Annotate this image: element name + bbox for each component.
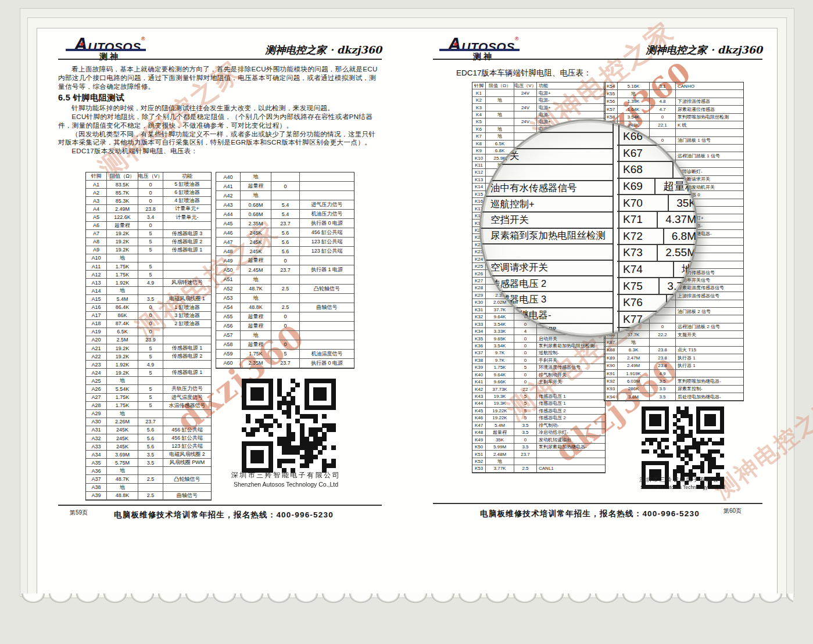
table-row: A55超量程0 [216, 312, 354, 322]
table-cell: 5.4 [271, 210, 300, 219]
table-cell: A15 [86, 295, 107, 303]
table-cell: 0 [514, 436, 537, 443]
table-cell: K37 [472, 350, 486, 357]
table-cell: 地 [486, 111, 514, 118]
table-cell: 19.3K [486, 393, 514, 400]
table-cell: 4.9 [650, 370, 676, 377]
table-cell: 凸轮轴信号 [300, 285, 354, 294]
table-cell: A43 [216, 200, 241, 210]
table-cell: A1 [86, 181, 107, 189]
table-cell: 3.77K [486, 465, 514, 472]
table-cell: 3.54K [618, 114, 650, 121]
table-cell: K14 [472, 184, 486, 190]
table-cell: K5 [472, 118, 486, 125]
paragraph: （因发动机类型不同，有某些针脚功能定义不一样，或者多出或缺少了某部分功能的情况，… [58, 130, 382, 147]
pin-table-a40-a60: A40地A41超量程0A42地A430.68M5.4进气压力信号A440.68M… [216, 172, 354, 369]
paragraph: 看上面故障码，基本上就确定要检测的方向了，首先是排除ECU外围功能模块的问题，那… [58, 65, 382, 91]
table-cell: A46 [216, 228, 241, 238]
table-cell [676, 160, 743, 168]
table-cell: K40 [472, 372, 486, 379]
table-cell: 传感器电源 1 [163, 344, 211, 352]
table-cell: 5.6 [271, 238, 300, 247]
table-cell: K55 [604, 90, 618, 98]
table-cell: 2.26M [107, 418, 138, 426]
table-cell: 2.48M [486, 451, 514, 458]
table-cell: K34 [472, 328, 486, 335]
table-cell: 传感器电压 2 [537, 408, 605, 415]
table-cell: 3.5 [514, 444, 537, 451]
table-cell [676, 339, 743, 346]
table-row: K902.49M23.8执行器 1 [604, 362, 743, 370]
table-row: A719.2K5传感器电源 3 [86, 230, 211, 238]
header-rule [58, 59, 382, 60]
table-cell: 86.4K [107, 304, 138, 312]
table-cell: 23.9 [138, 336, 163, 344]
table-cell: 4.9 [138, 361, 163, 369]
table-cell: A45 [216, 219, 241, 228]
table-cell: A59 [216, 350, 241, 359]
company-name-cn: 深圳市三羚智能电子有限公司 [607, 476, 758, 484]
table-cell: A3 [86, 197, 107, 205]
table-cell: 2.5 [271, 303, 300, 312]
table-cell: K33 [472, 321, 486, 328]
table-cell: A25 [86, 377, 107, 385]
table-row: K363.54K0泵到尿素箱加热电阻丝检测 [472, 343, 605, 350]
table-cell: 456 缸公共端 [163, 434, 211, 442]
table-cell: 3.4 [138, 213, 163, 221]
table-cell: 48.7K [107, 475, 138, 483]
table-row: K886.3K23.8点火 T15 [604, 347, 743, 354]
table-row: A53地 [216, 294, 354, 303]
table-cell: 远程油门踏板 2 信号 [676, 323, 743, 331]
table-cell: 传感器电源 2 [163, 238, 211, 246]
table-cell: CANL1 [537, 465, 605, 472]
table-row: A430.68M5.4进气压力信号 [216, 200, 354, 210]
table-cell: 0 [138, 312, 163, 320]
table-cell: A26 [86, 385, 107, 393]
table-cell: K1 [472, 89, 486, 96]
table-cell: 5.75M [107, 459, 138, 467]
table-cell: 水温传感器信号 [163, 402, 211, 410]
table-cell: 9.64K [486, 372, 514, 379]
table-cell: 1.92K [107, 279, 138, 287]
magnified-pin-label: K76 [617, 295, 667, 311]
table-row: K379.7K0巡航控制- [472, 350, 605, 357]
table-cell: 2.5 [514, 465, 537, 472]
table-cell: 3.5 [138, 459, 163, 467]
logo-bar [66, 49, 146, 51]
table-cell: 6.5K [107, 328, 138, 336]
table-cell: 超量程 [107, 222, 138, 230]
table-cell [300, 294, 354, 303]
table-cell: 5 [138, 369, 163, 377]
table-row: A58超量程0 [216, 340, 354, 350]
table-row: K4地电源- [472, 111, 605, 118]
table-cell: 4.9 [138, 279, 163, 287]
table-cell: 1.919K [618, 370, 650, 377]
table-cell: A11 [86, 262, 107, 271]
table-cell: 发动机转速输出 [537, 436, 605, 443]
table-cell: 245K [107, 442, 138, 451]
table-cell [676, 370, 743, 377]
table-cell: 85.7K [107, 189, 138, 197]
table-cell: A38 [86, 484, 107, 492]
table-cell: 37.73K [486, 386, 514, 393]
table-cell: 24V [514, 104, 537, 111]
table-row: A202.5M23.9 [86, 336, 211, 344]
table-cell: A41 [216, 182, 241, 191]
table-cell: 下游排温传感器 [676, 98, 743, 106]
table-cell: 9.64K [486, 314, 514, 321]
qr-code [242, 379, 336, 473]
table-cell: 超量程 [241, 256, 271, 265]
table-cell: 3.33K [486, 328, 514, 335]
magnified-pin-label: K69 [617, 179, 656, 195]
magnified-pin-label: K73 [617, 245, 658, 261]
magnified-pin-row: K7035K [617, 195, 696, 212]
table-row: K4319.3K5传感器电压 1 [472, 393, 605, 400]
table-cell: 0 [271, 312, 300, 322]
table-cell: 油门踏板 1 信号 [676, 137, 743, 145]
table-cell: K50 [472, 444, 486, 451]
table-cell [138, 410, 163, 418]
table-cell [514, 458, 537, 465]
table-cell: A50 [216, 265, 241, 275]
table-cell: 电压（V） [514, 82, 537, 89]
table-cell: 传感器电源 1 [163, 369, 211, 377]
